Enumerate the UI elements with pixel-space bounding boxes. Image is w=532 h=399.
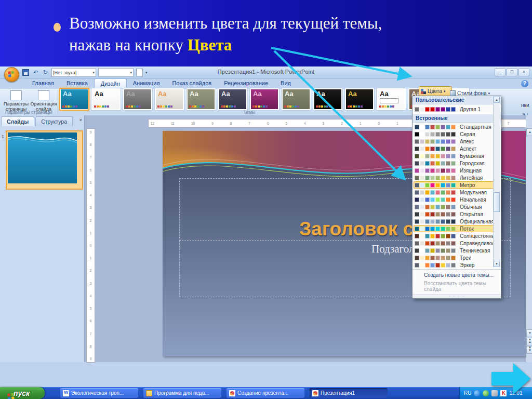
- theme-colors-item[interactable]: Литейная: [414, 174, 494, 181]
- screen: Возможно изменить цвета для текущей темы…: [0, 0, 532, 399]
- theme-thumbnail[interactable]: Aa: [376, 88, 406, 111]
- theme-colors-item[interactable]: Начальная: [414, 196, 494, 203]
- taskbar-item-label: Программа для педа...: [154, 390, 209, 396]
- ppt-icon: [312, 390, 318, 396]
- menu-scroll-thumb[interactable]: [494, 192, 500, 212]
- taskbar-item[interactable]: Создание презента...: [227, 388, 304, 398]
- tab-Анимация[interactable]: Анимация: [127, 78, 166, 88]
- vertical-scrollbar[interactable]: ▲ ▼ ▲▲ ▼▼: [526, 115, 532, 362]
- scroll-down-icon[interactable]: ▼: [526, 329, 532, 337]
- antivirus-tray-icon[interactable]: K: [500, 390, 507, 396]
- start-button[interactable]: пуск: [0, 387, 45, 399]
- theme-colors-item[interactable]: Модульная: [414, 189, 494, 196]
- minimize-button[interactable]: _: [495, 68, 506, 76]
- theme-colors-item[interactable]: Эркер: [414, 261, 494, 269]
- theme-colors-item[interactable]: Серая: [414, 130, 494, 138]
- tray-language[interactable]: RU: [464, 390, 471, 396]
- theme-thumbnail[interactable]: Aa: [59, 88, 89, 111]
- system-tray: RU K 12:01: [459, 387, 532, 399]
- ribbon-tab-row: ГлавнаяВставкаДизайнАнимацияПоказ слайдо…: [0, 78, 532, 89]
- taskbar-item[interactable]: Экологическая троп...: [60, 388, 138, 398]
- tray-icon[interactable]: [483, 390, 489, 396]
- doc-icon: [63, 390, 69, 396]
- theme-colors-item-label: Бумажная: [460, 153, 484, 159]
- chevron-down-icon: ▾: [488, 91, 490, 96]
- tab-Вид[interactable]: Вид: [274, 78, 297, 88]
- theme-colors-item[interactable]: Солнцестояние: [414, 232, 494, 240]
- tab-Главная[interactable]: Главная: [26, 78, 60, 88]
- taskbar-item[interactable]: Презентация1: [310, 388, 388, 398]
- menu-scroll-up-icon[interactable]: ▲: [494, 97, 500, 103]
- theme-colors-item[interactable]: Бумажная: [414, 152, 494, 159]
- theme-sample-text: Aa: [221, 90, 230, 98]
- theme-colors-item[interactable]: Справедливость: [414, 240, 494, 247]
- office-button[interactable]: [4, 67, 19, 82]
- theme-sample-text: Aa: [253, 90, 262, 98]
- scroll-up-icon[interactable]: ▲: [526, 128, 532, 136]
- close-icon[interactable]: ×: [79, 117, 82, 123]
- theme-colors-item-label: Аспект: [460, 146, 476, 152]
- theme-colors-item[interactable]: Поток: [414, 225, 494, 232]
- tab-outline[interactable]: Структура: [35, 116, 73, 126]
- theme-thumbnail[interactable]: Aa: [123, 88, 153, 111]
- close-button[interactable]: ×: [518, 68, 529, 76]
- help-icon[interactable]: ?: [521, 80, 528, 87]
- theme-colors-item[interactable]: Техническая: [414, 247, 494, 254]
- theme-colors-label: Цвета: [428, 88, 442, 94]
- tray-icon[interactable]: [474, 390, 480, 396]
- theme-colors-item-label: Трек: [460, 255, 471, 261]
- theme-thumbnail[interactable]: Aa: [91, 88, 121, 111]
- header-line1: Возможно изменить цвета для текущей темы…: [69, 14, 382, 32]
- theme-colors-item[interactable]: Апекс: [414, 138, 494, 145]
- menu-section-builtin: Встроенные: [413, 114, 501, 123]
- theme-colors-item[interactable]: Открытая: [414, 210, 494, 218]
- theme-colors-button[interactable]: Цвета ▾: [419, 86, 452, 96]
- vertical-ruler: 9876543210123456789: [86, 128, 95, 363]
- ppt-icon: [229, 390, 235, 396]
- tray-icon[interactable]: [491, 390, 498, 396]
- next-slide-icon[interactable]: ▼▼: [526, 346, 532, 354]
- header-emphasis: Цвета: [188, 36, 232, 54]
- bullet-icon: [54, 23, 61, 32]
- tab-Рецензирование[interactable]: Рецензирование: [218, 78, 274, 88]
- theme-colors-item[interactable]: Трек: [414, 254, 494, 261]
- taskbar-item-label: Экологическая троп...: [71, 390, 124, 396]
- themes-group-label: Темы: [197, 110, 301, 115]
- maximize-button[interactable]: □: [507, 68, 517, 76]
- tab-slides[interactable]: Слайды: [1, 116, 34, 126]
- theme-sample-text: Aa: [380, 90, 389, 98]
- page-setup-icon: [10, 90, 22, 100]
- previous-slide-icon[interactable]: ▲▲: [526, 338, 532, 345]
- orientation-icon: [38, 90, 49, 100]
- theme-thumbnail[interactable]: Aa: [218, 88, 248, 111]
- theme-colors-item[interactable]: Аспект: [414, 145, 494, 152]
- tab-Дизайн[interactable]: Дизайн: [94, 78, 127, 88]
- theme-colors-item[interactable]: Обычная: [414, 203, 494, 210]
- theme-thumbnail[interactable]: Aa: [344, 88, 375, 111]
- menu-resize-grip[interactable]: · · · ·: [413, 294, 501, 298]
- theme-colors-item[interactable]: Стандартная: [414, 123, 494, 130]
- theme-colors-item[interactable]: Другая 1: [414, 105, 494, 114]
- theme-colors-item[interactable]: Официальная: [414, 218, 494, 225]
- menu-scroll-down-icon[interactable]: ▼: [494, 261, 500, 267]
- menu-restore-theme-colors: Восстановить цвета темы слайда: [413, 279, 501, 293]
- slide-thumbnail[interactable]: [6, 130, 83, 190]
- theme-colors-item[interactable]: Метро: [414, 181, 494, 189]
- menu-scrollbar[interactable]: ▲ ▼: [493, 97, 500, 267]
- chevron-down-icon: ▾: [444, 89, 446, 94]
- theme-thumbnail[interactable]: Aa: [249, 88, 280, 111]
- theme-colors-item[interactable]: Городская: [414, 159, 494, 167]
- taskbar-item[interactable]: Программа для педа...: [143, 388, 221, 398]
- theme-thumbnail[interactable]: Aa: [313, 88, 343, 111]
- theme-sample-text: Aa: [348, 90, 357, 98]
- theme-thumbnail[interactable]: Aa: [154, 88, 184, 111]
- theme-thumbnail[interactable]: Aa: [281, 88, 311, 111]
- tab-Вставка[interactable]: Вставка: [60, 78, 94, 88]
- theme-thumbnail[interactable]: Aa: [186, 88, 216, 111]
- tab-Показ слайдов[interactable]: Показ слайдов: [166, 78, 218, 88]
- panel-tabs: Слайды Структура: [1, 116, 74, 126]
- theme-sample-text: Aa: [126, 90, 135, 98]
- palette-icon: [421, 89, 426, 94]
- menu-create-theme-colors[interactable]: Создать новые цвета темы...: [413, 271, 501, 279]
- theme-colors-item[interactable]: Изящная: [414, 167, 494, 174]
